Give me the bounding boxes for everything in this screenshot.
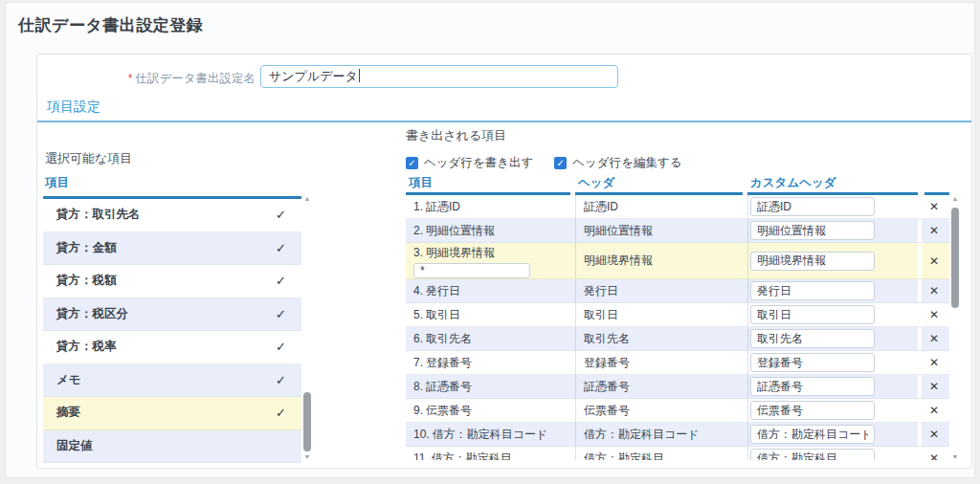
custom-header-input[interactable] [750, 329, 875, 348]
available-list-scrollbar[interactable]: ▲ ▼ [302, 195, 312, 460]
scroll-down-icon[interactable]: ▼ [302, 453, 312, 460]
custom-header-cell [747, 399, 918, 422]
remove-icon[interactable]: ✕ [929, 200, 939, 213]
custom-header-cell [747, 219, 918, 242]
export-table-scrollbar[interactable]: ▲ ▼ [950, 195, 960, 460]
item-name: 証憑番号 [426, 380, 472, 393]
remove-icon[interactable]: ✕ [929, 224, 939, 237]
available-list-item[interactable]: 貸方：税率✓ [43, 331, 301, 364]
remove-icon[interactable]: ✕ [929, 380, 939, 393]
custom-header-cell [747, 327, 918, 350]
header-cell: 取引日 [575, 303, 747, 326]
remove-cell[interactable]: ✕ [922, 195, 947, 218]
custom-header-input[interactable] [750, 252, 875, 271]
item-cell: 6.取引先名 [406, 327, 575, 350]
available-list-item[interactable]: 貸方：税額✓ [43, 265, 301, 298]
header-name: 伝票番号 [584, 403, 630, 419]
row-number: 2. [413, 224, 423, 237]
header-cell: 借方：勘定科目 [575, 447, 747, 460]
scroll-down-icon[interactable]: ▼ [950, 453, 960, 460]
item-name: 借方：勘定科目 [432, 451, 512, 461]
export-table-header: 項目 ヘッダ カスタムヘッダ [406, 175, 949, 195]
scrollbar-thumb[interactable] [951, 208, 959, 308]
scrollbar-thumb[interactable] [303, 392, 311, 451]
export-table-row: 1.証憑ID証憑ID✕ [406, 195, 949, 219]
item-label: 貸方：税区分 [43, 306, 128, 322]
item-name: 明細位置情報 [426, 224, 495, 237]
column-header-custom: カスタムヘッダ [747, 175, 918, 195]
remove-cell[interactable]: ✕ [922, 219, 947, 242]
header-name: 取引先名 [584, 331, 630, 347]
available-items-title: 選択可能な項目 [45, 150, 132, 167]
custom-header-input[interactable] [750, 221, 875, 240]
row-number: 7. [413, 356, 423, 369]
available-list-item[interactable]: メモ✓ [43, 364, 301, 398]
header-cell: 明細位置情報 [575, 219, 747, 242]
remove-icon[interactable]: ✕ [929, 308, 939, 321]
custom-header-input[interactable] [750, 449, 875, 460]
write-header-checkbox[interactable]: ✓ ヘッダ行を書き出す [406, 155, 533, 171]
remove-cell[interactable]: ✕ [922, 327, 947, 350]
remove-cell[interactable]: ✕ [922, 447, 947, 460]
custom-header-input[interactable] [750, 305, 875, 324]
item-label: メモ [43, 372, 81, 388]
custom-header-input[interactable] [750, 353, 875, 372]
row-number: 6. [413, 332, 423, 345]
custom-header-cell [747, 375, 918, 398]
setting-name-input[interactable]: サンプルデータ [260, 65, 618, 88]
header-name: 明細位置情報 [584, 223, 653, 239]
row-number: 10. [413, 428, 430, 441]
remove-cell[interactable]: ✕ [922, 279, 947, 302]
checkbox-checked-icon: ✓ [406, 157, 418, 169]
remove-cell[interactable]: ✕ [922, 423, 947, 446]
check-icon: ✓ [276, 241, 286, 255]
export-table-row: 5.取引日取引日✕ [406, 303, 949, 327]
header-name: 証憑番号 [584, 379, 630, 395]
check-icon: ✓ [276, 406, 286, 420]
scroll-up-icon[interactable]: ▲ [950, 195, 960, 202]
remove-icon[interactable]: ✕ [929, 404, 939, 417]
header-name: 借方：勘定科目 [584, 451, 664, 461]
remove-cell[interactable]: ✕ [922, 243, 947, 278]
remove-cell[interactable]: ✕ [922, 399, 947, 422]
boundary-value-input[interactable] [413, 263, 530, 278]
available-list-item[interactable]: 摘要✓ [43, 397, 301, 430]
section-title: 項目設定 [47, 99, 100, 116]
remove-cell[interactable]: ✕ [922, 303, 947, 326]
item-cell: 1.証憑ID [406, 195, 575, 218]
available-list-item[interactable]: 貸方：金額✓ [43, 232, 301, 266]
item-cell: 11.借方：勘定科目 [406, 447, 575, 460]
header-name: 登録番号 [584, 355, 630, 371]
available-column-header: 項目 [43, 175, 301, 199]
setting-name-value: サンプルデータ [269, 69, 358, 83]
export-items-title: 書き出される項目 [406, 127, 506, 144]
custom-header-input[interactable] [750, 377, 875, 396]
custom-header-input[interactable] [750, 197, 875, 216]
available-list-item[interactable]: 貸方：税区分✓ [43, 298, 301, 332]
available-items-pane: 項目 貸方：取引先名✓貸方：金額✓貸方：税額✓貸方：税区分✓貸方：税率✓メモ✓摘… [43, 175, 301, 464]
custom-header-input[interactable] [750, 425, 875, 444]
header-cell: 借方：勘定科目コード [575, 423, 747, 446]
remove-icon[interactable]: ✕ [929, 356, 939, 369]
remove-cell[interactable]: ✕ [922, 351, 947, 374]
remove-icon[interactable]: ✕ [929, 254, 939, 268]
remove-icon[interactable]: ✕ [929, 332, 939, 345]
remove-icon[interactable]: ✕ [929, 284, 939, 297]
header-cell: 証憑番号 [575, 375, 747, 398]
custom-header-cell [747, 279, 918, 302]
remove-icon[interactable]: ✕ [929, 451, 939, 460]
custom-header-input[interactable] [750, 401, 875, 420]
remove-icon[interactable]: ✕ [929, 428, 939, 441]
custom-header-cell [747, 447, 918, 460]
required-mark: * [128, 72, 133, 85]
scroll-up-icon[interactable]: ▲ [302, 195, 312, 202]
item-label: 貸方：金額 [43, 240, 117, 256]
row-number: 8. [413, 380, 423, 393]
available-list-item[interactable]: 固定値 [43, 430, 301, 464]
item-cell: 4.発行日 [406, 279, 575, 302]
remove-cell[interactable]: ✕ [922, 375, 947, 398]
item-label: 貸方：税率 [43, 339, 117, 355]
edit-header-checkbox[interactable]: ✓ ヘッダ行を編集する [554, 155, 681, 171]
custom-header-input[interactable] [750, 281, 875, 300]
available-list-item[interactable]: 貸方：取引先名✓ [43, 199, 301, 232]
